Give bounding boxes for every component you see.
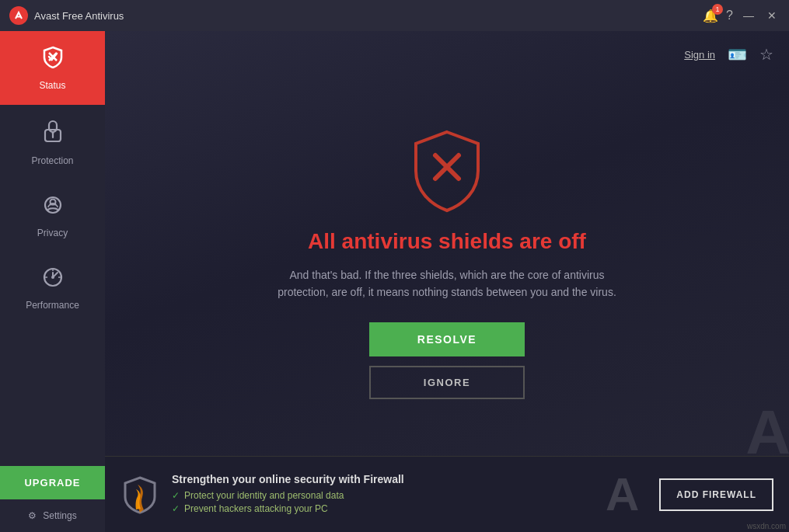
firewall-icon	[120, 475, 159, 514]
performance-icon	[42, 266, 64, 294]
sidebar-item-status[interactable]: Status	[0, 31, 105, 105]
svg-point-0	[9, 6, 28, 25]
help-icon[interactable]: ?	[726, 9, 733, 23]
settings-item[interactable]: ⚙ Settings	[0, 499, 105, 532]
svg-point-8	[51, 132, 54, 134]
privacy-icon	[42, 194, 64, 221]
watermark-badge: wsxdn.com	[747, 522, 786, 530]
avast-logo	[9, 6, 28, 25]
status-content: All antivirus shields are off And that's…	[105, 71, 789, 456]
status-description: And that's bad. If the three shields, wh…	[276, 266, 618, 301]
star-icon[interactable]: ☆	[759, 45, 773, 64]
add-firewall-button[interactable]: ADD FIREWALL	[659, 478, 773, 511]
close-button[interactable]: ✕	[764, 9, 780, 22]
banner-text: Strengthen your online security with Fir…	[172, 473, 593, 516]
content-header: Sign in 🪪 ☆	[105, 31, 789, 71]
protection-icon	[42, 119, 64, 149]
sidebar-item-protection-label: Protection	[31, 155, 73, 166]
banner-watermark: A	[606, 468, 639, 521]
notifications-icon[interactable]: 🔔 1	[703, 9, 718, 23]
sidebar-item-status-label: Status	[39, 80, 65, 91]
sidebar: Status Protection	[0, 31, 105, 532]
sidebar-item-performance-label: Performance	[26, 300, 79, 311]
sidebar-item-protection[interactable]: Protection	[0, 105, 105, 180]
footer-banner: Strengthen your online security with Fir…	[105, 456, 789, 532]
banner-bullet-1: Protect your identity and personal data	[172, 490, 593, 501]
notification-badge: 1	[712, 4, 723, 15]
ignore-button[interactable]: IGNORE	[369, 366, 525, 399]
banner-bullet-2: Prevent hackers attacking your PC	[172, 503, 593, 514]
svg-point-14	[51, 276, 54, 279]
status-icon	[41, 45, 65, 74]
window-controls: 🔔 1 ? — ✕	[703, 9, 780, 23]
banner-title: Strengthen your online security with Fir…	[172, 473, 593, 485]
app-title: Avast Free Antivirus	[34, 10, 703, 22]
broken-shield-icon	[408, 128, 486, 214]
sidebar-item-privacy[interactable]: Privacy	[0, 180, 105, 252]
minimize-button[interactable]: —	[741, 9, 756, 22]
settings-label: Settings	[43, 510, 76, 521]
upgrade-button[interactable]: UPGRADE	[0, 466, 105, 499]
user-card-icon[interactable]: 🪪	[728, 45, 747, 64]
sidebar-item-privacy-label: Privacy	[37, 228, 68, 238]
sidebar-item-performance[interactable]: Performance	[0, 252, 105, 325]
main-container: Status Protection	[0, 31, 789, 532]
title-bar: Avast Free Antivirus 🔔 1 ? — ✕	[0, 0, 789, 31]
resolve-button[interactable]: RESOLVE	[369, 322, 525, 356]
sign-in-link[interactable]: Sign in	[684, 49, 715, 61]
settings-icon: ⚙	[28, 510, 37, 521]
status-title: All antivirus shields are off	[308, 229, 586, 254]
content-area: Sign in 🪪 ☆ All antivirus shields are of…	[105, 31, 789, 532]
